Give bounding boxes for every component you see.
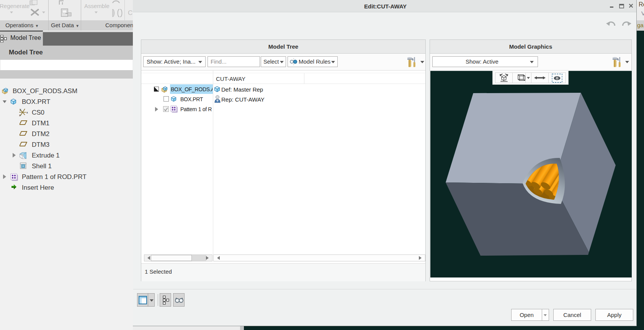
svg-text:x: x [26, 111, 28, 114]
svg-text:z: z [19, 114, 21, 117]
svg-text:y: y [20, 108, 21, 111]
